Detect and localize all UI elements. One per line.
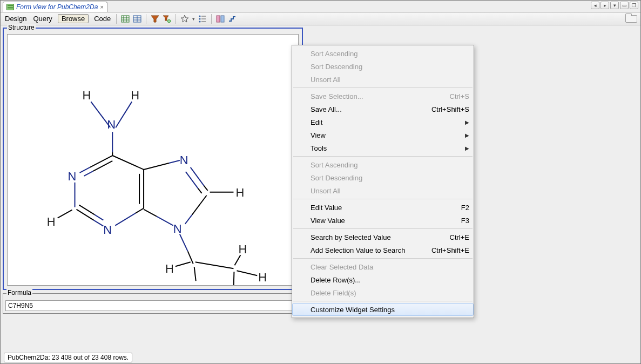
minimize-icon[interactable]: ▭ (620, 2, 629, 9)
maximize-icon[interactable]: ❐ (630, 2, 638, 9)
menu-item[interactable]: Delete Row(s)... (292, 273, 474, 286)
menu-item-label: Clear Selected Data (311, 263, 373, 271)
menu-item-label: Edit (311, 118, 322, 126)
menu-item-label: Add Selection Value to Search (311, 246, 405, 254)
mode-browse[interactable]: Browse (58, 14, 89, 23)
active-tab[interactable]: Form view for PubChem2Da × (3, 2, 107, 12)
separator (116, 14, 117, 24)
menu-item[interactable]: View ValueF3 (292, 214, 474, 227)
svg-text:N: N (107, 118, 116, 131)
menu-item: Sort Ascending (292, 158, 474, 171)
menu-item[interactable]: Edit▶ (292, 116, 474, 129)
menu-item[interactable]: Save All...Ctrl+Shift+S (292, 103, 474, 116)
menu-item[interactable]: Search by Selected ValueCtrl+E (292, 231, 474, 244)
svg-line-34 (93, 220, 103, 226)
structure-panel-title: Structure (7, 24, 36, 31)
prev-tab-icon[interactable]: ◂ (591, 2, 599, 9)
menu-item-label: Save All... (311, 105, 342, 113)
toolbar-icons-3: ▾ (180, 15, 207, 23)
menu-item[interactable]: Customize Widget Settings (292, 303, 474, 316)
folder-icon[interactable] (625, 15, 637, 23)
tab-strip: Form view for PubChem2Da × ◂ ▸ ▾ ▭ ❐ (1, 1, 640, 12)
svg-text:H: H (131, 89, 139, 102)
menu-item[interactable]: Tools▶ (292, 141, 474, 154)
separator (176, 14, 176, 24)
svg-line-44 (191, 167, 204, 186)
svg-line-32 (58, 210, 72, 218)
menu-divider (293, 301, 473, 301)
toolbar-icons-2 (151, 15, 171, 23)
svg-line-51 (157, 217, 173, 226)
panels-icon[interactable] (216, 15, 225, 23)
menu-item-shortcut: Ctrl+E (441, 233, 469, 241)
menu-divider (293, 87, 473, 88)
svg-text:N: N (173, 222, 182, 235)
svg-line-42 (144, 163, 169, 170)
menu-divider (293, 156, 473, 157)
menu-item: Unsort All (292, 73, 474, 86)
mode-group: Design Query Browse Code (4, 14, 112, 23)
filter-add-icon[interactable] (163, 15, 171, 23)
toolbar-icons-4 (216, 15, 237, 23)
svg-line-27 (90, 156, 112, 167)
submenu-arrow-icon: ▶ (465, 119, 469, 125)
menu-item-shortcut: F2 (453, 204, 469, 212)
tab-close-icon[interactable]: × (100, 4, 103, 10)
svg-point-17 (199, 21, 201, 22)
submenu-arrow-icon: ▶ (465, 145, 469, 151)
menu-item: Sort Ascending (292, 47, 474, 60)
svg-text:H: H (191, 282, 199, 285)
svg-line-60 (233, 272, 234, 285)
menu-item: Save Selection...Ctrl+S (292, 90, 474, 103)
menu-item-label: View (311, 131, 326, 139)
grid-icon[interactable] (121, 15, 130, 23)
menu-item: Delete Field(s) (292, 286, 474, 299)
status-bar: PubChem2Da: 23 408 out of 23 408 rows. (1, 352, 640, 363)
mode-design[interactable]: Design (4, 15, 28, 23)
svg-line-47 (198, 188, 202, 193)
svg-text:H: H (258, 271, 267, 284)
next-tab-icon[interactable]: ▸ (600, 2, 609, 9)
menu-item-label: Save Selection... (311, 92, 363, 100)
svg-text:H: H (82, 89, 91, 102)
formula-value: C7H9N5 (5, 300, 300, 311)
mode-code[interactable]: Code (93, 15, 112, 23)
separator (146, 14, 146, 24)
menu-item-label: Sort Descending (311, 63, 362, 71)
dropdown-caret-icon[interactable]: ▾ (192, 16, 195, 22)
dropdown-icon[interactable]: ▾ (610, 2, 619, 9)
svg-text:H: H (165, 262, 174, 275)
menu-item-label: Sort Ascending (311, 50, 357, 58)
work-area: Structure (1, 25, 640, 352)
svg-line-35 (79, 205, 95, 215)
tree-icon[interactable] (198, 15, 207, 23)
tab-title: Form view for PubChem2Da (16, 3, 98, 11)
context-menu: Sort AscendingSort DescendingUnsort AllS… (292, 45, 474, 318)
menu-divider (293, 258, 473, 259)
step-icon[interactable] (228, 15, 237, 23)
menu-item-shortcut: Ctrl+Shift+S (423, 105, 469, 113)
menu-item: Unsort All (292, 184, 474, 197)
structure-panel[interactable]: Structure (3, 28, 303, 290)
svg-marker-9 (151, 16, 159, 22)
grid-alt-icon[interactable] (133, 15, 141, 23)
svg-line-45 (204, 186, 208, 191)
filter-icon[interactable] (151, 15, 159, 23)
menu-item[interactable]: Edit ValueF2 (292, 201, 474, 214)
svg-line-43 (169, 160, 180, 163)
menu-item[interactable]: Add Selection Value to SearchCtrl+Shift+… (292, 244, 474, 257)
svg-marker-10 (163, 16, 168, 21)
form-view-icon (6, 4, 14, 10)
menu-item[interactable]: View▶ (292, 129, 474, 141)
menu-item: Sort Descending (292, 60, 474, 73)
star-icon[interactable] (180, 15, 189, 23)
mode-query[interactable]: Query (32, 15, 53, 23)
svg-text:N: N (68, 170, 77, 183)
menu-item-shortcut: Ctrl+S (441, 92, 469, 100)
menu-item-label: Sort Descending (311, 174, 362, 182)
svg-text:H: H (238, 242, 247, 256)
svg-line-53 (180, 234, 188, 251)
svg-line-56 (194, 267, 196, 281)
menu-item-label: Delete Field(s) (311, 289, 356, 297)
separator (211, 14, 212, 24)
